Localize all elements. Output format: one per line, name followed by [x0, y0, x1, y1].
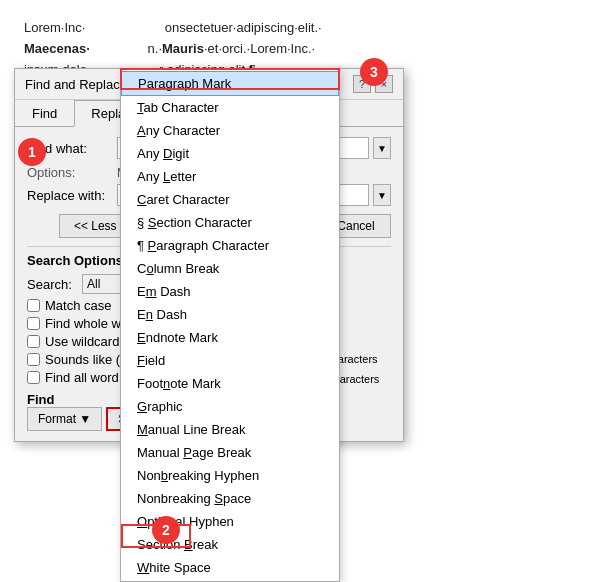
dialog-title: Find and Replace	[25, 77, 127, 92]
tab-find[interactable]: Find	[15, 100, 74, 126]
use-wildcard-label: Use wildcard	[45, 334, 119, 349]
dropdown-item-column-break[interactable]: Column Break	[121, 257, 339, 280]
dropdown-item-em-dash[interactable]: Em Dash	[121, 280, 339, 303]
find-all-word-label: Find all word	[45, 370, 119, 385]
dropdown-item-caret[interactable]: Caret Character	[121, 188, 339, 211]
dropdown-item-nonbreak-hyphen[interactable]: Nonbreaking Hyphen	[121, 464, 339, 487]
dropdown-item-paragraph-mark[interactable]: Paragraph Mark	[121, 71, 339, 96]
dropdown-item-graphic[interactable]: Graphic	[121, 395, 339, 418]
dropdown-item-section-char[interactable]: § Section Character	[121, 211, 339, 234]
format-button[interactable]: Format ▼	[27, 407, 102, 431]
dropdown-item-any-char[interactable]: Any Character	[121, 119, 339, 142]
dropdown-item-white-space[interactable]: White Space	[121, 556, 339, 579]
find-dropdown-btn[interactable]: ▼	[373, 137, 391, 159]
dropdown-item-tab[interactable]: Tab Character	[121, 96, 339, 119]
dropdown-item-endnote[interactable]: Endnote Mark	[121, 326, 339, 349]
dropdown-item-nonbreak-space[interactable]: Nonbreaking Space	[121, 487, 339, 510]
dropdown-item-footnote[interactable]: Footnote Mark	[121, 372, 339, 395]
dropdown-item-paragraph-char[interactable]: ¶ Paragraph Character	[121, 234, 339, 257]
replace-with-label: Replace with:	[27, 188, 117, 203]
close-button[interactable]: ×	[375, 75, 393, 93]
dropdown-item-optional-hyphen[interactable]: Optional Hyphen	[121, 510, 339, 533]
dropdown-item-field[interactable]: Field	[121, 349, 339, 372]
options-label: Options:	[27, 165, 117, 180]
find-whole-label: Find whole w	[45, 316, 121, 331]
doc-line-2: Maecenas· n.·Mauris·et·orci.·Lorem·Inc.·	[24, 39, 575, 60]
dropdown-item-section-break[interactable]: Section Break	[121, 533, 339, 556]
match-case-label: Match case	[45, 298, 111, 313]
doc-line-1: Lorem·Inc· onsectetuer·adipiscing·elit.·	[24, 18, 575, 39]
search-label: Search:	[27, 277, 82, 292]
replace-dropdown-btn[interactable]: ▼	[373, 184, 391, 206]
help-button[interactable]: ?	[353, 75, 371, 93]
dropdown-item-line-break[interactable]: Manual Line Break	[121, 418, 339, 441]
dropdown-item-en-dash[interactable]: En Dash	[121, 303, 339, 326]
dropdown-item-page-break[interactable]: Manual Page Break	[121, 441, 339, 464]
dropdown-item-any-letter[interactable]: Any Letter	[121, 165, 339, 188]
find-what-label: Find what:	[27, 141, 117, 156]
dropdown-item-any-digit[interactable]: Any Digit	[121, 142, 339, 165]
sounds-like-label: Sounds like (	[45, 352, 120, 367]
special-dropdown-menu: Paragraph Mark Tab Character Any Charact…	[120, 68, 340, 582]
dialog-controls: ? ×	[353, 75, 393, 93]
